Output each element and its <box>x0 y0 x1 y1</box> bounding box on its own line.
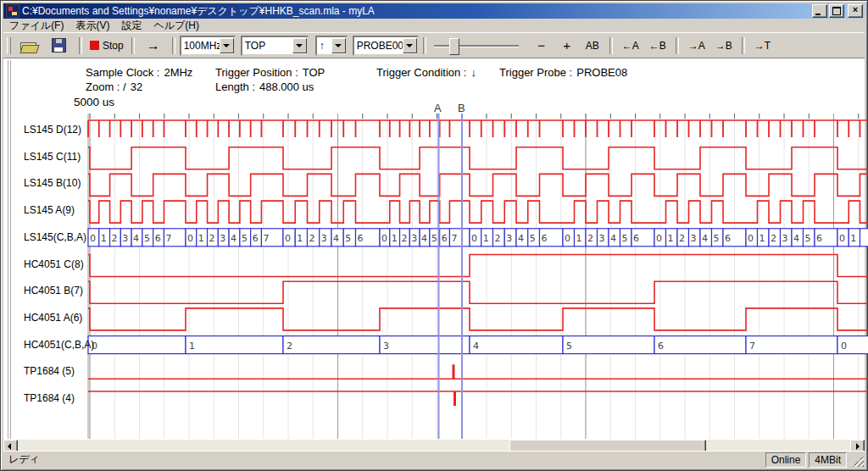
goto-cursor-b-right-button[interactable]: →B <box>712 36 736 55</box>
menu-file[interactable]: ファイル(F) <box>3 19 70 33</box>
window-title: C:¥Documents and Settings¥noname¥デスクトップ¥… <box>22 4 810 19</box>
channel-label: LS145 B(10) <box>24 177 81 189</box>
channel-label: LS145(C,B,A) <box>24 231 86 243</box>
trigger-position-combo[interactable]: TOP <box>241 36 309 56</box>
status-online-badge: Online <box>765 452 807 468</box>
toolbar-separator <box>609 37 613 54</box>
length-info: Length :488.000 us <box>215 80 314 93</box>
zoom-in-label: + <box>563 38 570 53</box>
status-bar: レディ Online 4MBit <box>3 451 865 468</box>
sample-clock-info: Sample Clock :2MHz <box>86 66 192 79</box>
channel-label: HC4051 C(8) <box>24 258 84 270</box>
left-groove-line2 <box>10 60 11 439</box>
save-file-button[interactable] <box>43 36 75 55</box>
chevron-down-icon <box>335 44 342 51</box>
chevron-down-icon <box>296 44 303 51</box>
app-window: 0123456701234567012345601234567012345601… <box>0 0 868 471</box>
close-icon: × <box>849 4 862 14</box>
close-button[interactable]: × <box>848 4 863 18</box>
zoom-info: Zoom : /32 <box>86 80 142 93</box>
goto-trigger-button[interactable]: →T <box>751 36 774 55</box>
zoom-ab-button[interactable]: AB <box>581 36 604 55</box>
minimize-icon <box>815 14 821 15</box>
sample-clock-label: Sample Clock : <box>86 66 159 79</box>
trigger-edge-combo-value: ↑ <box>317 40 331 52</box>
channel-label: HC4051 B(7) <box>24 285 83 296</box>
channel-label: TP1684 (5) <box>24 365 75 377</box>
zoom-out-label: − <box>537 38 545 53</box>
status-memory-badge: 4MBit <box>809 452 847 468</box>
sample-clock-combo[interactable]: 100MHz <box>180 36 236 56</box>
cursor-b-label[interactable]: B <box>458 102 465 114</box>
toolbar-separator <box>742 37 745 54</box>
stop-square-icon <box>90 41 99 50</box>
trigger-edge-combo[interactable]: ↑ <box>315 36 348 56</box>
goto-b-right-label: →B <box>715 40 732 52</box>
stop-button[interactable]: Stop <box>86 36 127 55</box>
menu-help[interactable]: ヘルプ(H) <box>147 19 205 33</box>
trigger-condition-label: Trigger Condition : <box>376 66 466 79</box>
sample-clock-value: 2MHz <box>164 66 192 79</box>
open-file-button[interactable] <box>14 36 43 55</box>
trigger-probe-combo-value: PROBE00 <box>354 40 403 52</box>
toolbar-separator <box>172 37 175 54</box>
length-label: Length : <box>215 80 255 93</box>
resize-grip[interactable] <box>853 456 864 467</box>
goto-a-right-label: →A <box>688 40 705 52</box>
scroll-left-icon <box>8 443 11 450</box>
plot-client-area <box>3 58 865 441</box>
channel-label: LS145 C(11) <box>24 151 81 163</box>
toolbar-separator <box>423 37 426 54</box>
combo-dropdown-button[interactable] <box>403 38 417 53</box>
status-ready-text: レディ <box>3 452 765 467</box>
run-button[interactable]: → <box>139 36 168 55</box>
trigger-probe-value: PROBE08 <box>576 66 627 79</box>
length-value: 488.000 us <box>259 80 314 93</box>
timebase-label: 5000 us <box>74 96 114 108</box>
channel-label: HC4051(C,B,A) <box>24 339 94 351</box>
toolbar-grip <box>7 37 11 54</box>
scroll-right-icon <box>856 443 860 450</box>
zoom-slider[interactable] <box>434 37 519 54</box>
trigger-position-info: Trigger Position :TOP <box>215 66 325 79</box>
left-groove-line <box>8 60 8 439</box>
sample-clock-combo-value: 100MHz <box>181 40 220 52</box>
toolbar-separator <box>676 37 679 54</box>
combo-dropdown-button[interactable] <box>292 38 307 53</box>
menu-settings[interactable]: 設定 <box>115 19 147 33</box>
trigger-probe-combo[interactable]: PROBE00 <box>353 36 419 56</box>
zoom-in-button[interactable]: + <box>556 36 578 55</box>
toolbar: Stop → 100MHz TOP ↑ PROBE00 − + A <box>3 32 865 58</box>
maximize-icon <box>832 7 841 15</box>
channel-label: LS145 D(12) <box>24 124 81 136</box>
minimize-button[interactable] <box>812 4 827 18</box>
save-floppy-icon <box>52 38 66 53</box>
trigger-condition-info: Trigger Condition :↓ <box>376 66 476 79</box>
chevron-down-icon <box>406 44 413 51</box>
cursor-a-label[interactable]: A <box>434 102 442 114</box>
channel-label: TP1684 (4) <box>24 392 75 404</box>
zoom-out-button[interactable]: − <box>531 36 553 55</box>
title-bar[interactable]: C:¥Documents and Settings¥noname¥デスクトップ¥… <box>3 3 865 19</box>
goto-b-label: ←B <box>649 40 666 52</box>
combo-dropdown-button[interactable] <box>220 38 234 53</box>
menu-bar: ファイル(F) 表示(V) 設定 ヘルプ(H) <box>3 19 865 32</box>
toolbar-separator <box>131 37 135 54</box>
goto-a-label: ←A <box>622 40 639 52</box>
combo-dropdown-button[interactable] <box>331 38 346 53</box>
zoom-slider-track <box>434 45 519 47</box>
trigger-position-label: Trigger Position : <box>215 66 298 79</box>
goto-cursor-a-right-button[interactable]: →A <box>685 36 709 55</box>
toolbar-separator <box>79 37 82 54</box>
zoom-label: Zoom : / <box>86 80 126 93</box>
app-icon <box>6 4 19 18</box>
goto-cursor-b-left-button[interactable]: ←B <box>646 36 670 55</box>
channel-label: HC4051 A(6) <box>24 312 82 324</box>
stop-label: Stop <box>103 40 124 52</box>
chevron-down-icon <box>223 44 230 51</box>
zoom-slider-handle[interactable] <box>449 38 459 55</box>
goto-cursor-a-left-button[interactable]: ←A <box>619 36 643 55</box>
maximize-button[interactable] <box>829 4 844 18</box>
menu-view[interactable]: 表示(V) <box>70 19 115 33</box>
trigger-position-value: TOP <box>303 66 326 79</box>
